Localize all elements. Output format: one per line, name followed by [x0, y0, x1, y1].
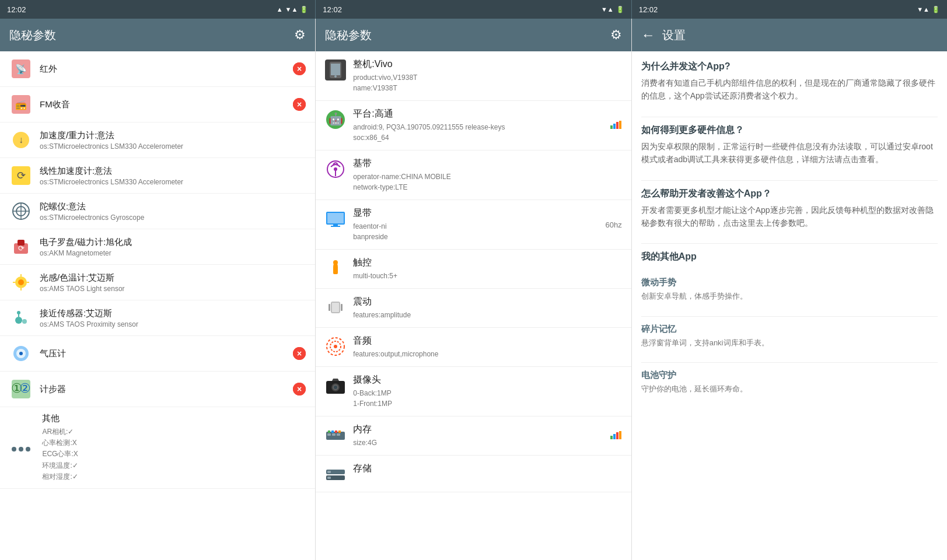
step-badge: × — [293, 383, 306, 396]
list-item-step[interactable]: ①② 计步器 × — [0, 372, 315, 407]
list-item-light[interactable]: 光感/色温计:艾迈斯 os:AMS TAOS Light sensor — [0, 265, 315, 300]
info-item-display[interactable]: 显带 feaentor-ni banpreside 60hz — [316, 200, 631, 250]
fm-title: FM收音 — [40, 99, 293, 110]
status-panel-left: 12:02 ▲ ▼▲ 🔋 — [0, 0, 316, 19]
phone-content: 整机:Vivo product:vivo,V1938T name:V1938T — [353, 58, 621, 93]
info-item-memory[interactable]: 内存 size:4G — [316, 416, 631, 456]
display-detail2: banpreside — [353, 232, 598, 242]
appbar-right: ← 设置 — [632, 19, 947, 51]
svg-rect-77 — [613, 434, 616, 439]
panel-left: 隐秘参数 ⚙ 📡 红外 × 📻 — [0, 19, 316, 560]
touch-detail1: multi-touch:5+ — [353, 271, 621, 281]
svg-point-56 — [333, 260, 338, 265]
info-item-touch[interactable]: 触控 multi-touch:5+ — [316, 250, 631, 289]
svg-rect-69 — [328, 430, 330, 433]
proximity-subtitle: os:AMS TAOS Proximity sensor — [40, 320, 306, 328]
memory-bars-icon — [610, 430, 622, 442]
panel-right-content[interactable]: 为什么并发这个App? 消费者有知道自己手机内部组件信息的权利，但是现在的厂商通… — [632, 51, 947, 560]
svg-text:📡: 📡 — [15, 64, 27, 75]
settings-icon-mid[interactable]: ⚙ — [610, 27, 622, 43]
dot-3 — [26, 447, 30, 452]
list-item-compass[interactable]: ⟳ 电子罗盘/磁力计:旭化成 os:AKM Magnetometer — [0, 229, 315, 265]
svg-point-42 — [334, 75, 337, 78]
appbar-left: 隐秘参数 ⚙ — [0, 19, 315, 51]
panel-mid: 隐秘参数 ⚙ 整机:Vivo product:vivo,V1938T name:… — [316, 19, 631, 560]
list-item-baro[interactable]: 气压计 × — [0, 336, 315, 372]
list-item-proximity[interactable]: 接近传感器:艾迈斯 os:AMS TAOS Proximity sensor — [0, 300, 315, 336]
svg-text:×: × — [297, 349, 302, 358]
display-hz-badge: 60hz — [605, 220, 621, 229]
linear-icon: ⟳ — [9, 164, 33, 187]
panel-left-content[interactable]: 📡 红外 × 📻 FM收音 × — [0, 51, 315, 560]
list-item-fm[interactable]: 📻 FM收音 × — [0, 87, 315, 123]
info-item-audio[interactable]: 音频 features:output,microphone — [316, 328, 631, 367]
info-item-phone[interactable]: 整机:Vivo product:vivo,V1938T name:V1938T — [316, 51, 631, 101]
svg-rect-76 — [610, 436, 613, 439]
gyro-subtitle: os:STMicroelectronics Gyroscope — [40, 214, 306, 222]
other-apps-title: 我的其他App — [641, 251, 938, 263]
panel-right: ← 设置 为什么并发这个App? 消费者有知道自己手机内部组件信息的权利，但是现… — [632, 19, 947, 560]
why-title: 为什么并发这个App? — [641, 61, 938, 73]
app-gesture[interactable]: 微动手势 创新安卓导航，体感手势操作。 — [641, 277, 938, 302]
storage-icon — [325, 464, 346, 485]
camera-title: 摄像头 — [353, 374, 621, 386]
list-item-infrared[interactable]: 📡 红外 × — [0, 51, 315, 87]
vibrate-icon — [325, 297, 346, 318]
other-ar: AR相机:✓ — [42, 426, 78, 438]
app-memory[interactable]: 碎片记忆 悬浮窗背单词，支持anki词库和手表。 — [641, 324, 938, 349]
baro-icon — [9, 342, 33, 365]
section-why: 为什么并发这个App? 消费者有知道自己手机内部组件信息的权利，但是现在的厂商通… — [641, 61, 938, 103]
svg-rect-46 — [613, 124, 616, 129]
appbar-mid-title: 隐秘参数 — [325, 27, 603, 43]
list-item-gyro[interactable]: 陀螺仪:意法 os:STMicroelectronics Gyroscope — [0, 194, 315, 229]
baseband-title: 基带 — [353, 158, 621, 170]
svg-rect-60 — [341, 304, 343, 311]
status-icons-mid: ▼▲ 🔋 — [601, 6, 624, 13]
gyro-title: 陀螺仪:意法 — [40, 201, 306, 212]
audio-detail1: features:output,microphone — [353, 349, 621, 359]
fm-icon: 📻 — [9, 93, 33, 116]
info-item-vibrate[interactable]: 震动 features:amplitude — [316, 289, 631, 328]
info-item-camera[interactable]: 摄像头 0-Back:1MP 1-Front:1MP — [316, 367, 631, 416]
svg-rect-59 — [329, 304, 330, 311]
other-humidity: 相对湿度:✓ — [42, 471, 78, 482]
svg-text:×: × — [297, 100, 302, 109]
info-item-storage[interactable]: 存储 — [316, 456, 631, 492]
back-button[interactable]: ← — [641, 27, 655, 43]
camera-content: 摄像头 0-Back:1MP 1-Front:1MP — [353, 374, 621, 409]
linear-text: 线性加速度计:意法 os:STMicroelectronics LSM330 A… — [40, 166, 306, 186]
platform-detail2: soc:x86_64 — [353, 132, 603, 143]
baseband-content: 基带 operator-name:CHINA MOBILE network-ty… — [353, 158, 621, 192]
appbar-mid: 隐秘参数 ⚙ — [316, 19, 631, 51]
platform-icon: 🤖 — [325, 109, 346, 130]
svg-rect-74 — [332, 433, 336, 436]
battery-app-desc: 守护你的电池，延长循环寿命。 — [641, 383, 938, 395]
infrared-text: 红外 — [40, 64, 293, 75]
appbar-left-title: 隐秘参数 — [9, 27, 287, 43]
status-bar: 12:02 ▲ ▼▲ 🔋 12:02 ▼▲ 🔋 12:02 ▼▲ 🔋 — [0, 0, 947, 19]
other-text-group: 其他 AR相机:✓ 心率检测:X ECG心率:X 环境温度:✓ 相对湿度:✓ — [42, 413, 78, 482]
other-temp: 环境温度:✓ — [42, 460, 78, 471]
touch-title: 触控 — [353, 257, 621, 269]
gyro-icon — [9, 200, 33, 223]
list-item-accel[interactable]: ↓ 加速度/重力计:意法 os:STMicroelectronics LSM33… — [0, 123, 315, 158]
light-title: 光感/色温计:艾迈斯 — [40, 272, 306, 284]
panel-mid-content[interactable]: 整机:Vivo product:vivo,V1938T name:V1938T … — [316, 51, 631, 560]
settings-icon-left[interactable]: ⚙ — [294, 27, 306, 43]
list-item-linear[interactable]: ⟳ 线性加速度计:意法 os:STMicroelectronics LSM330… — [0, 158, 315, 194]
vibrate-content: 震动 features:amplitude — [353, 296, 621, 320]
battery-icon-left: 🔋 — [300, 6, 308, 13]
info-item-baseband[interactable]: 基带 operator-name:CHINA MOBILE network-ty… — [316, 150, 631, 200]
platform-title: 平台:高通 — [353, 108, 603, 120]
vibrate-detail1: features:amplitude — [353, 310, 621, 320]
svg-text:⟳: ⟳ — [18, 244, 25, 253]
info-item-platform[interactable]: 🤖 平台:高通 android:9, PQ3A.190705.09211555 … — [316, 101, 631, 150]
battery-app-title: 电池守护 — [641, 370, 938, 381]
app-battery[interactable]: 电池守护 守护你的电池，延长循环寿命。 — [641, 370, 938, 395]
time-mid: 12:02 — [323, 5, 342, 14]
baro-badge: × — [293, 347, 306, 360]
why-text: 消费者有知道自己手机内部组件信息的权利，但是现在的厂商通常隐藏了很多硬件的信息，… — [641, 76, 938, 103]
light-subtitle: os:AMS TAOS Light sensor — [40, 285, 306, 293]
svg-text:↓: ↓ — [19, 135, 23, 145]
touch-content: 触控 multi-touch:5+ — [353, 257, 621, 281]
